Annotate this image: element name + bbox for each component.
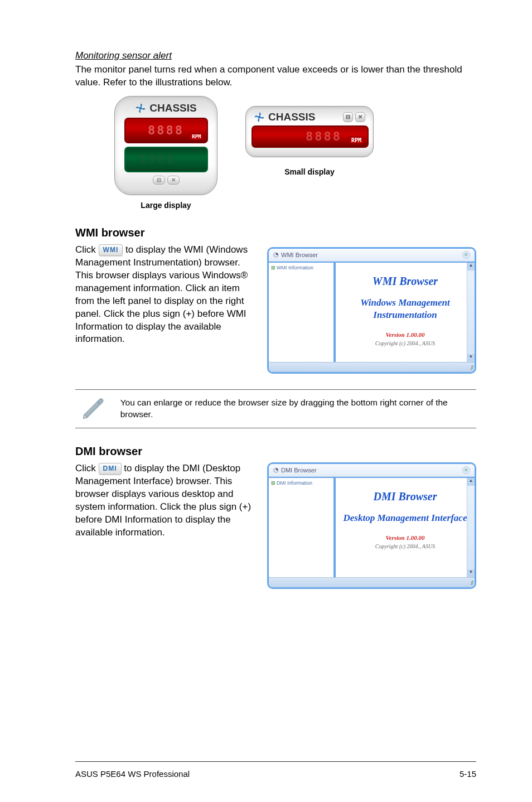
wmi-window-title: WMI Browser [281, 252, 318, 258]
scroll-up-icon[interactable]: ▲ [467, 478, 475, 486]
note-text: You can enlarge or reduce the browser si… [120, 397, 474, 421]
dmi-text: Click DMI to display the DMI (Desktop Ma… [75, 462, 254, 539]
dmi-browser-window: ◔DMI Browser ✕ ⊞DMI Information DMI Brow… [267, 462, 476, 589]
wmi-tree-root: WMI Information [277, 265, 313, 270]
wmi-content-panel: WMI Browser Windows Management Instrumen… [335, 262, 475, 362]
large-caption: Large display [114, 201, 217, 210]
dmi-heading: DMI browser [75, 445, 476, 458]
sensor-panel-large: CHASSIS 8888 RPM 1000 ⊟ ✕ [114, 96, 217, 195]
dmi-content-title: DMI Browser [374, 490, 437, 503]
large-panel-controls: ⊟ ✕ [115, 176, 217, 185]
wmi-text-after: to display the WMI (Windows Management I… [75, 244, 248, 345]
config-icon[interactable]: ⊟ [343, 112, 353, 122]
lcd-red-segments: 8888 [148, 123, 184, 137]
sensor-alert-section: Monitoring sensor alert The monitor pane… [75, 50, 476, 210]
small-red-unit: RPM [349, 137, 364, 144]
large-lcd-red: 8888 RPM [124, 118, 208, 143]
note-pencil-icon [78, 395, 108, 422]
small-caption: Small display [245, 167, 374, 176]
wmi-text: Click WMI to display the WMI (Windows Ma… [75, 244, 254, 346]
lcd-red-segments: 8888 [306, 129, 342, 143]
window-icon: ◔ [273, 466, 279, 474]
dmi-copyright: Copyright (c) 2004., ASUS [375, 543, 435, 549]
close-icon[interactable]: ✕ [355, 112, 365, 122]
wmi-heading: WMI browser [75, 226, 476, 239]
scroll-up-icon[interactable]: ▲ [467, 263, 475, 270]
close-icon[interactable]: ✕ [167, 176, 180, 185]
footer-right: 5-15 [460, 769, 476, 779]
resize-grip[interactable]: //// [471, 365, 472, 371]
window-footer: //// [269, 577, 475, 587]
footer-left: ASUS P5E64 WS Professional [75, 769, 190, 779]
plus-icon[interactable]: ⊞ [271, 480, 275, 486]
tree-root-node[interactable]: ⊞DMI Information [271, 480, 331, 486]
large-red-unit: RPM [190, 133, 203, 140]
plus-icon[interactable]: ⊞ [271, 265, 275, 270]
dmi-version: Version 1.00.00 [386, 534, 425, 541]
wmi-section: Click WMI to display the WMI (Windows Ma… [75, 244, 476, 374]
note-box: You can enlarge or reduce the browser si… [75, 389, 476, 428]
scroll-down-icon[interactable]: ▼ [467, 354, 475, 362]
large-panel-title: CHASSIS [149, 102, 196, 114]
scroll-down-icon[interactable]: ▼ [467, 569, 475, 577]
large-panel-title-row: CHASSIS [115, 102, 217, 114]
large-display-column: CHASSIS 8888 RPM 1000 ⊟ ✕ Large display [114, 96, 217, 210]
wmi-version: Version 1.00.00 [386, 331, 425, 338]
small-display-column: CHASSIS ⊟ ✕ 8888 RPM Small display [245, 106, 374, 176]
alert-body-text: The monitor panel turns red when a compo… [75, 64, 476, 89]
small-panel-title-row: CHASSIS ⊟ ✕ [252, 111, 367, 125]
wmi-browser-window: ◔WMI Browser ✕ ⊞WMI Information WMI Brow… [267, 247, 476, 374]
page-footer: ASUS P5E64 WS Professional 5-15 [75, 769, 476, 779]
subheading: Monitoring sensor alert [75, 50, 476, 61]
dmi-content-panel: DMI Browser Desktop Management Interface… [335, 477, 475, 577]
fan-icon [254, 112, 265, 123]
wmi-content-subtitle: Windows Management Instrumentation [336, 297, 475, 321]
dmi-section: Click DMI to display the DMI (Desktop Ma… [75, 462, 476, 589]
dmi-content-subtitle: Desktop Management Interface [344, 512, 467, 524]
close-icon[interactable]: ✕ [462, 466, 470, 474]
scrollbar[interactable]: ▲ ▼ [467, 263, 475, 362]
fan-icon [135, 103, 146, 114]
tree-root-node[interactable]: ⊞WMI Information [271, 265, 331, 270]
lcd-green-value: 1000 [139, 152, 176, 166]
dmi-text-before: Click [75, 463, 99, 474]
wmi-button[interactable]: WMI [99, 244, 123, 256]
small-lcd-red: 8888 RPM [252, 125, 369, 148]
dmi-button[interactable]: DMI [99, 463, 122, 475]
resize-grip[interactable]: //// [471, 580, 472, 586]
window-footer: //// [269, 362, 475, 372]
scrollbar[interactable]: ▲ ▼ [467, 478, 475, 577]
wmi-text-before: Click [75, 244, 99, 255]
wmi-window-titlebar: ◔WMI Browser ✕ [269, 249, 475, 262]
wmi-tree-panel[interactable]: ⊞WMI Information [269, 262, 335, 362]
config-icon[interactable]: ⊟ [153, 176, 165, 185]
wmi-copyright: Copyright (c) 2004., ASUS [375, 340, 435, 346]
dmi-tree-root: DMI Information [277, 480, 312, 486]
window-icon: ◔ [273, 251, 279, 258]
dmi-window-titlebar: ◔DMI Browser ✕ [269, 464, 475, 477]
close-icon[interactable]: ✕ [462, 251, 470, 259]
sensor-panel-small: CHASSIS ⊟ ✕ 8888 RPM [245, 106, 374, 157]
large-lcd-green: 1000 [124, 147, 208, 172]
small-panel-title: CHASSIS [268, 111, 315, 123]
footer-divider [75, 761, 476, 762]
wmi-content-title: WMI Browser [373, 275, 438, 288]
dmi-window-title: DMI Browser [281, 467, 317, 474]
dmi-tree-panel[interactable]: ⊞DMI Information [269, 477, 335, 577]
